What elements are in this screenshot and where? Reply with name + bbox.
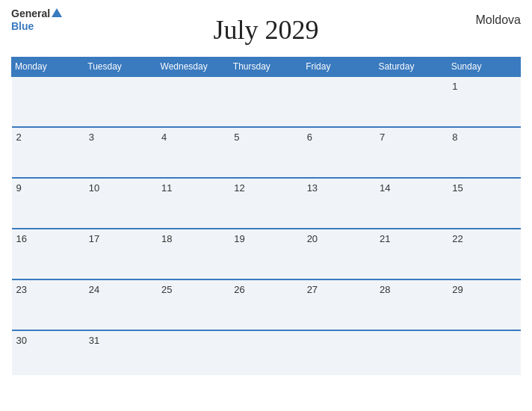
day-number: 18 bbox=[161, 233, 172, 244]
calendar-day-cell bbox=[375, 76, 448, 127]
calendar-day-cell bbox=[303, 76, 375, 127]
calendar-day-cell: 26 bbox=[229, 279, 302, 330]
country-label: Moldova bbox=[476, 13, 521, 27]
calendar-day-cell: 28 bbox=[375, 279, 448, 330]
calendar-day-cell: 24 bbox=[84, 279, 157, 330]
calendar-week-row: 16171819202122 bbox=[12, 229, 521, 279]
header-tuesday: Tuesday bbox=[84, 58, 157, 77]
day-number: 30 bbox=[16, 335, 27, 346]
day-number: 13 bbox=[307, 182, 318, 194]
day-number: 27 bbox=[307, 284, 318, 295]
day-number: 17 bbox=[89, 233, 99, 244]
calendar-day-cell: 3 bbox=[84, 127, 157, 178]
header-friday: Friday bbox=[303, 58, 375, 77]
day-number: 24 bbox=[89, 284, 99, 295]
calendar-day-cell bbox=[448, 330, 520, 375]
calendar-day-cell: 25 bbox=[157, 279, 229, 330]
logo-triangle-icon bbox=[52, 8, 62, 17]
day-number: 16 bbox=[16, 233, 27, 244]
day-number: 3 bbox=[89, 132, 94, 143]
calendar-title: July 2029 bbox=[213, 14, 318, 46]
calendar-day-cell: 19 bbox=[229, 229, 302, 279]
day-number: 8 bbox=[452, 132, 457, 143]
calendar-day-cell bbox=[303, 330, 375, 375]
day-number: 21 bbox=[380, 233, 390, 244]
header-wednesday: Wednesday bbox=[157, 58, 229, 77]
day-number: 22 bbox=[452, 233, 463, 244]
logo: General Blue bbox=[11, 7, 62, 33]
header-sunday: Sunday bbox=[448, 58, 520, 77]
calendar-day-cell: 17 bbox=[84, 229, 157, 279]
calendar-day-cell bbox=[12, 76, 84, 127]
calendar-day-cell: 8 bbox=[448, 127, 520, 178]
day-number: 2 bbox=[16, 132, 22, 143]
day-number: 23 bbox=[16, 284, 27, 295]
day-number: 29 bbox=[452, 284, 463, 295]
day-number: 14 bbox=[380, 182, 390, 194]
day-number: 4 bbox=[161, 132, 167, 143]
day-number: 1 bbox=[452, 81, 457, 92]
day-number: 11 bbox=[161, 182, 172, 194]
calendar-day-cell: 13 bbox=[303, 178, 375, 229]
calendar-header: General Blue July 2029 Moldova bbox=[11, 7, 521, 52]
calendar-day-cell: 23 bbox=[12, 279, 84, 330]
calendar-day-cell: 6 bbox=[303, 127, 375, 178]
logo-blue-text: Blue bbox=[11, 20, 34, 33]
calendar-day-cell: 27 bbox=[303, 279, 375, 330]
calendar-day-cell: 18 bbox=[157, 229, 229, 279]
calendar-day-cell bbox=[229, 330, 302, 375]
calendar-day-cell: 14 bbox=[375, 178, 448, 229]
calendar-day-cell bbox=[157, 76, 229, 127]
header-monday: Monday bbox=[12, 58, 84, 77]
calendar-day-cell: 1 bbox=[448, 76, 520, 127]
day-number: 26 bbox=[234, 284, 244, 295]
day-number: 25 bbox=[161, 284, 172, 295]
header-saturday: Saturday bbox=[375, 58, 448, 77]
calendar-day-cell bbox=[229, 76, 302, 127]
header-thursday: Thursday bbox=[229, 58, 302, 77]
calendar-day-cell: 16 bbox=[12, 229, 84, 279]
calendar-day-cell: 21 bbox=[375, 229, 448, 279]
calendar-day-cell bbox=[84, 76, 157, 127]
day-number: 19 bbox=[234, 233, 244, 244]
calendar-day-cell: 22 bbox=[448, 229, 520, 279]
day-number: 28 bbox=[380, 284, 390, 295]
calendar-day-cell: 31 bbox=[84, 330, 157, 375]
calendar-day-cell: 10 bbox=[84, 178, 157, 229]
calendar-day-cell: 29 bbox=[448, 279, 520, 330]
calendar-day-cell: 4 bbox=[157, 127, 229, 178]
day-number: 10 bbox=[89, 182, 99, 194]
day-number: 9 bbox=[16, 182, 22, 194]
calendar-day-cell bbox=[375, 330, 448, 375]
calendar-table: Monday Tuesday Wednesday Thursday Friday… bbox=[11, 57, 521, 375]
day-number: 6 bbox=[307, 132, 312, 143]
day-number: 20 bbox=[307, 233, 318, 244]
calendar-day-cell: 20 bbox=[303, 229, 375, 279]
calendar-day-cell: 15 bbox=[448, 178, 520, 229]
calendar-day-cell: 2 bbox=[12, 127, 84, 178]
calendar-day-cell: 5 bbox=[229, 127, 302, 178]
calendar-day-cell: 7 bbox=[375, 127, 448, 178]
calendar-day-cell: 11 bbox=[157, 178, 229, 229]
calendar-day-cell: 30 bbox=[12, 330, 84, 375]
calendar-day-cell bbox=[157, 330, 229, 375]
day-number: 15 bbox=[452, 182, 463, 194]
calendar-day-cell: 12 bbox=[229, 178, 302, 229]
day-number: 12 bbox=[234, 182, 244, 194]
calendar-week-row: 23242526272829 bbox=[12, 279, 521, 330]
calendar-week-row: 1 bbox=[12, 76, 521, 127]
calendar-day-cell: 9 bbox=[12, 178, 84, 229]
calendar-week-row: 2345678 bbox=[12, 127, 521, 178]
calendar-week-row: 9101112131415 bbox=[12, 178, 521, 229]
calendar-container: General Blue July 2029 Moldova Monday Tu… bbox=[0, 0, 532, 411]
day-number: 5 bbox=[234, 132, 239, 143]
day-number: 31 bbox=[89, 335, 99, 346]
logo-general-text: General bbox=[11, 7, 62, 20]
day-number: 7 bbox=[380, 132, 385, 143]
calendar-week-row: 3031 bbox=[12, 330, 521, 375]
weekday-header-row: Monday Tuesday Wednesday Thursday Friday… bbox=[12, 58, 521, 77]
